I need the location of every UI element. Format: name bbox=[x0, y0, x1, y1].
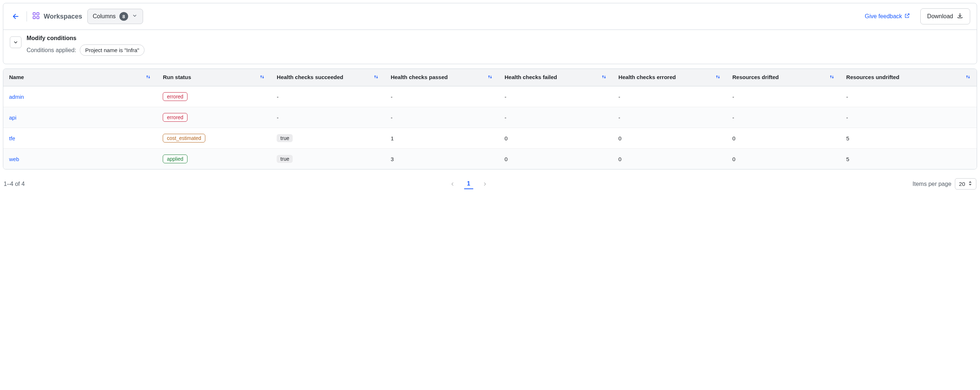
hc-errored-value: - bbox=[612, 107, 727, 128]
give-feedback-link[interactable]: Give feedback bbox=[865, 13, 910, 20]
col-header-hc-errored[interactable]: Health checks errored bbox=[612, 69, 727, 86]
columns-button-label: Columns bbox=[93, 13, 116, 20]
download-icon bbox=[957, 13, 963, 21]
condition-chip[interactable]: Project name is "Infra" bbox=[80, 45, 145, 56]
prev-page-button[interactable] bbox=[449, 181, 456, 188]
hc-passed-value: 3 bbox=[385, 149, 499, 169]
back-button[interactable] bbox=[10, 11, 21, 22]
items-per-page-select[interactable]: 20 bbox=[955, 178, 976, 190]
workspace-name-link[interactable]: api bbox=[9, 115, 16, 121]
give-feedback-label: Give feedback bbox=[865, 13, 902, 20]
items-per-page-label: Items per page bbox=[913, 181, 951, 187]
conditions-bar: Modify conditions Conditions applied: Pr… bbox=[3, 30, 977, 64]
col-header-name[interactable]: Name bbox=[3, 69, 157, 86]
chevron-down-icon bbox=[132, 13, 138, 20]
pagination-range: 1–4 of 4 bbox=[4, 181, 25, 187]
expand-conditions-button[interactable] bbox=[10, 37, 21, 48]
hc-errored-value: 0 bbox=[612, 128, 727, 149]
header-panel: Workspaces Columns 8 Give feedback Downl… bbox=[3, 3, 977, 64]
chevron-right-icon bbox=[482, 181, 488, 187]
hc-errored-value: - bbox=[612, 86, 727, 107]
hc-failed-value: - bbox=[499, 107, 612, 128]
sort-icon bbox=[829, 74, 835, 81]
svg-rect-3 bbox=[33, 16, 35, 18]
resources-drifted-value: 0 bbox=[727, 149, 841, 169]
hc-passed-value: - bbox=[385, 107, 499, 128]
chevron-left-icon bbox=[450, 181, 455, 187]
table-row: tfecost_estimatedtrue10005 bbox=[3, 128, 977, 149]
chevron-down-icon bbox=[13, 39, 19, 45]
workspaces-icon bbox=[32, 12, 40, 21]
col-header-drifted[interactable]: Resources drifted bbox=[727, 69, 841, 86]
workspace-name-link[interactable]: tfe bbox=[9, 135, 15, 141]
run-status-badge: cost_estimated bbox=[163, 134, 205, 142]
items-per-page-value: 20 bbox=[959, 181, 965, 187]
sort-icon bbox=[145, 74, 151, 81]
hc-succeeded-value: true bbox=[277, 155, 293, 163]
external-link-icon bbox=[904, 13, 910, 20]
col-header-run-status[interactable]: Run status bbox=[157, 69, 271, 86]
resources-undrifted-value: 5 bbox=[841, 149, 977, 169]
resources-undrifted-value: 5 bbox=[841, 128, 977, 149]
arrow-left-icon bbox=[12, 13, 20, 21]
col-header-hc-failed[interactable]: Health checks failed bbox=[499, 69, 612, 86]
table-footer: 1–4 of 4 1 Items per page 20 bbox=[3, 169, 977, 191]
hc-succeeded-value: - bbox=[271, 86, 385, 107]
col-header-hc-succeeded[interactable]: Health checks succeeded bbox=[271, 69, 385, 86]
columns-count-badge: 8 bbox=[119, 12, 128, 21]
hc-errored-value: 0 bbox=[612, 149, 727, 169]
table-header-row: Name Run status Health checks succeeded … bbox=[3, 69, 977, 86]
download-button[interactable]: Download bbox=[920, 8, 970, 24]
page-number-current[interactable]: 1 bbox=[464, 179, 473, 189]
download-button-label: Download bbox=[927, 13, 953, 20]
col-header-undrifted[interactable]: Resources undrifted bbox=[841, 69, 977, 86]
resources-drifted-value: - bbox=[727, 107, 841, 128]
hc-passed-value: - bbox=[385, 86, 499, 107]
run-status-badge: errored bbox=[163, 113, 187, 122]
hc-failed-value: 0 bbox=[499, 149, 612, 169]
pager: 1 bbox=[449, 179, 488, 189]
svg-rect-1 bbox=[33, 13, 35, 14]
col-header-hc-passed[interactable]: Health checks passed bbox=[385, 69, 499, 86]
table-row: webappliedtrue30005 bbox=[3, 149, 977, 169]
hc-succeeded-value: true bbox=[277, 134, 293, 142]
workspaces-label: Workspaces bbox=[32, 12, 82, 21]
workspaces-table: Name Run status Health checks succeeded … bbox=[3, 69, 977, 169]
workspace-name-link[interactable]: admin bbox=[9, 94, 24, 100]
resources-drifted-value: - bbox=[727, 86, 841, 107]
conditions-applied-label: Conditions applied: bbox=[27, 47, 76, 54]
sort-icon bbox=[487, 74, 493, 81]
table-row: apierrored------ bbox=[3, 107, 977, 128]
resources-undrifted-value: - bbox=[841, 107, 977, 128]
conditions-title: Modify conditions bbox=[27, 35, 145, 42]
topbar: Workspaces Columns 8 Give feedback Downl… bbox=[3, 3, 977, 30]
svg-rect-2 bbox=[37, 13, 39, 14]
hc-succeeded-value: - bbox=[271, 107, 385, 128]
hc-failed-value: 0 bbox=[499, 128, 612, 149]
sort-icon bbox=[373, 74, 379, 81]
sort-icon bbox=[715, 74, 721, 81]
table-row: adminerrored------ bbox=[3, 86, 977, 107]
resources-undrifted-value: - bbox=[841, 86, 977, 107]
resources-drifted-value: 0 bbox=[727, 128, 841, 149]
sort-icon bbox=[259, 74, 265, 81]
stepper-icon bbox=[968, 181, 972, 187]
columns-button[interactable]: Columns 8 bbox=[88, 9, 143, 24]
hc-passed-value: 1 bbox=[385, 128, 499, 149]
run-status-badge: errored bbox=[163, 92, 187, 101]
divider bbox=[27, 11, 27, 21]
workspace-name-link[interactable]: web bbox=[9, 156, 19, 162]
next-page-button[interactable] bbox=[481, 181, 488, 188]
hc-failed-value: - bbox=[499, 86, 612, 107]
run-status-badge: applied bbox=[163, 155, 187, 163]
svg-rect-4 bbox=[37, 16, 39, 18]
sort-icon bbox=[965, 74, 971, 81]
sort-icon bbox=[601, 74, 607, 81]
workspaces-title: Workspaces bbox=[44, 13, 82, 21]
